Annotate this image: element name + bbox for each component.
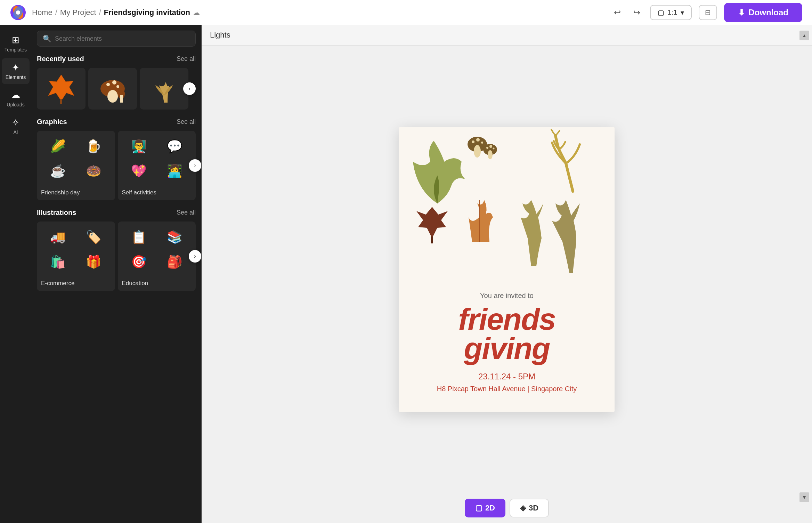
search-icon: 🔍 [43,34,51,43]
breadcrumb-home[interactable]: Home [32,8,52,17]
svg-point-15 [474,145,481,158]
invitation-card[interactable]: You are invited to friends giving 23.11.… [399,127,615,412]
recently-used-grid: › [37,68,196,110]
ratio-button[interactable]: ▢ 1:1 ▾ [650,5,692,20]
svg-point-7 [112,80,116,85]
recently-used-next-button[interactable]: › [183,82,196,95]
card-emoji-3: ☕ [41,160,75,182]
illus-emoji-5: 📋 [122,226,156,248]
event-location: H8 Pixcap Town Hall Avenue | Singapore C… [437,385,577,393]
maple-leaf-icon [42,71,80,106]
illus-emoji-1: 🚚 [41,226,75,248]
uploads-icon: ☁ [11,90,20,100]
recently-used-see-all[interactable]: See all [177,55,196,63]
card-emoji-6: 💬 [158,135,192,158]
card-emoji-8: 👩‍💻 [158,160,192,182]
download-icon: ⬇ [738,8,745,17]
ratio-icon: ▢ [658,8,664,17]
topbar-right: ↩ ↪ ▢ 1:1 ▾ ⊟ ⬇ Download [611,3,802,22]
sidebar-elements-label: Elements [6,74,26,80]
canvas-scroll-up[interactable]: ▲ [799,31,809,40]
svg-rect-10 [111,90,114,101]
topbar: Home / My Project / Friendsgiving invita… [0,0,812,25]
card-emoji-1: 🌽 [41,135,75,158]
view-3d-label: 3D [529,504,538,513]
breadcrumb: Home / My Project / Friendsgiving invita… [32,8,200,17]
canvas-section-label: Lights [202,25,812,46]
sidebar-uploads-label: Uploads [7,102,24,107]
friendsgiving-title: friends giving [458,305,555,363]
illus-card-education[interactable]: 📋 📚 🎯 🎒 Education [118,222,196,291]
canvas-scroll-down[interactable]: ▼ [799,492,809,502]
sidebar-item-ai[interactable]: ✧ AI [2,113,30,139]
graphics-title: Graphics [37,118,67,126]
cloud-save-icon: ☁ [193,8,200,17]
illus-emoji-7: 🎯 [122,250,156,273]
svg-point-18 [481,142,483,144]
svg-point-20 [488,150,493,159]
illus-card-ecommerce-label: E-commerce [37,277,115,291]
card-decoration-section [399,127,615,273]
illustrations-next-button[interactable]: › [189,250,201,263]
illus-emoji-6: 📚 [158,226,192,248]
sidebar-item-elements[interactable]: ✦ Elements [2,58,30,84]
undo-button[interactable]: ↩ [611,5,624,20]
topbar-left: Home / My Project / Friendsgiving invita… [10,4,200,21]
illus-emoji-3: 🛍️ [41,250,75,273]
ratio-chevron-icon: ▾ [681,8,684,17]
sidebar-item-templates[interactable]: ⊞ Templates [2,31,30,57]
svg-point-21 [486,147,488,149]
recently-item-leaf[interactable] [37,68,86,110]
present-button[interactable]: ⊟ [699,5,717,20]
svg-point-3 [16,10,20,15]
illustrations-title: Illustrations [37,209,76,217]
view-2d-label: 2D [485,504,495,513]
event-date: 23.11.24 - 5PM [478,372,535,381]
graphics-see-all[interactable]: See all [177,118,196,126]
recently-item-plant[interactable] [140,68,188,110]
elements-icon: ✦ [12,62,19,73]
svg-point-17 [476,138,480,142]
card-emoji-7: 💖 [122,160,156,182]
canvas-content[interactable]: You are invited to friends giving 23.11.… [202,46,812,493]
card-emoji-4: 🍩 [77,160,111,182]
svg-point-8 [116,85,119,88]
card-emoji-5: 👨‍🏫 [122,135,156,158]
download-button[interactable]: ⬇ Download [724,3,802,22]
illus-emoji-2: 🏷️ [77,226,111,248]
recently-item-mushroom[interactable] [88,68,137,110]
view-2d-button[interactable]: ▢ 2D [465,499,505,517]
redo-button[interactable]: ↪ [631,5,643,20]
elements-panel: 🔍 Recently used See all [31,25,202,523]
breadcrumb-project[interactable]: My Project [60,8,96,17]
graphics-next-button[interactable]: › [189,159,201,172]
card-decorations-svg [399,127,615,273]
invited-text: You are invited to [480,292,534,300]
plant-icon [145,71,183,106]
recently-used-title: Recently used [37,55,84,63]
main-area: ⊞ Templates ✦ Elements ☁ Uploads ✧ AI 🔍 … [0,25,812,523]
sidebar-templates-label: Templates [5,47,27,53]
graphics-card-self[interactable]: 👨‍🏫 💬 💖 👩‍💻 Self activities [118,131,196,200]
graphics-header: Graphics See all [37,118,196,126]
graphics-card-self-label: Self activities [118,186,196,200]
search-box[interactable]: 🔍 [37,31,196,47]
graphics-card-friendship[interactable]: 🌽 🍺 ☕ 🍩 Friendship day [37,131,115,200]
title-line1: friends [458,305,555,334]
icon-sidebar: ⊞ Templates ✦ Elements ☁ Uploads ✧ AI [0,25,31,523]
mushroom-icon [94,71,132,106]
sidebar-ai-label: AI [13,129,18,135]
svg-point-23 [493,147,495,149]
sidebar-item-uploads[interactable]: ☁ Uploads [2,86,30,112]
search-input[interactable] [55,35,190,42]
view-3d-button[interactable]: ◈ 3D [510,499,549,517]
illustrations-see-all[interactable]: See all [177,209,196,216]
illustrations-header: Illustrations See all [37,209,196,217]
card-emoji-2: 🍺 [77,135,111,158]
graphics-section: Graphics See all 🌽 🍺 ☕ 🍩 Friendship day … [37,118,196,200]
illus-card-ecommerce[interactable]: 🚚 🏷️ 🛍️ 🎁 E-commerce [37,222,115,291]
ratio-label: 1:1 [668,8,677,16]
view-2d-icon: ▢ [475,504,482,513]
svg-rect-24 [431,236,433,243]
canvas-area: Lights [202,25,812,523]
